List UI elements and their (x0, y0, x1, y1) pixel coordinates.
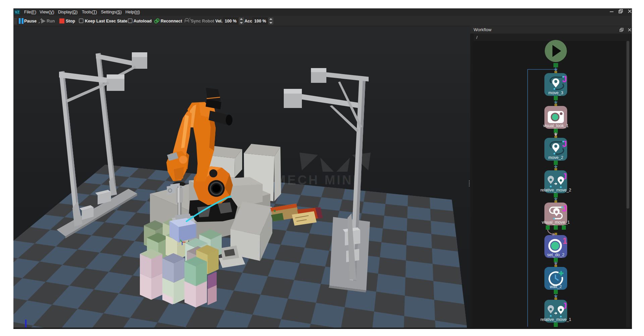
svg-text:relative_move_1: relative_move_1 (540, 317, 571, 322)
svg-text:Vel.: Vel. (215, 19, 223, 23)
svg-text:move_2: move_2 (548, 155, 564, 160)
svg-text:visual_look_1: visual_look_1 (543, 123, 569, 128)
svg-text:Workflow: Workflow (474, 27, 492, 32)
svg-text:J: J (562, 139, 567, 149)
svg-text:Keep Last Exec State: Keep Last Exec State (85, 19, 127, 23)
svg-text:J: J (562, 74, 567, 84)
svg-text:Run: Run (47, 19, 55, 23)
svg-text:100 %: 100 % (225, 19, 236, 23)
svg-text:VZ: VZ (15, 10, 20, 14)
svg-text:File(F): File(F) (24, 10, 36, 14)
svg-text:set_do_2: set_do_2 (547, 253, 564, 257)
svg-text:Sync Robot: Sync Robot (191, 19, 214, 23)
svg-text:Pause: Pause (24, 19, 37, 23)
svg-text:Autoload: Autoload (133, 19, 152, 23)
svg-text:move_3: move_3 (548, 91, 564, 95)
svg-text:1: 1 (562, 236, 567, 245)
svg-text:/: / (476, 35, 478, 40)
svg-text:100 %: 100 % (254, 19, 266, 23)
svg-text:Help(H): Help(H) (125, 10, 140, 14)
svg-text:Stop: Stop (66, 19, 75, 23)
svg-text:MECH MIND: MECH MIND (275, 173, 364, 187)
svg-text:visual_move_1: visual_move_1 (542, 220, 570, 225)
svg-text:Reconnect: Reconnect (161, 19, 182, 23)
svg-text:Display(D): Display(D) (58, 10, 77, 14)
svg-text:Tools(T): Tools(T) (82, 10, 97, 14)
svg-text:Acc.: Acc. (245, 19, 253, 23)
svg-text:J: J (562, 204, 567, 213)
svg-text:Settings(S): Settings(S) (101, 10, 122, 14)
svg-text:View(V): View(V) (40, 10, 54, 14)
svg-text:relative_move_2: relative_move_2 (540, 188, 571, 192)
